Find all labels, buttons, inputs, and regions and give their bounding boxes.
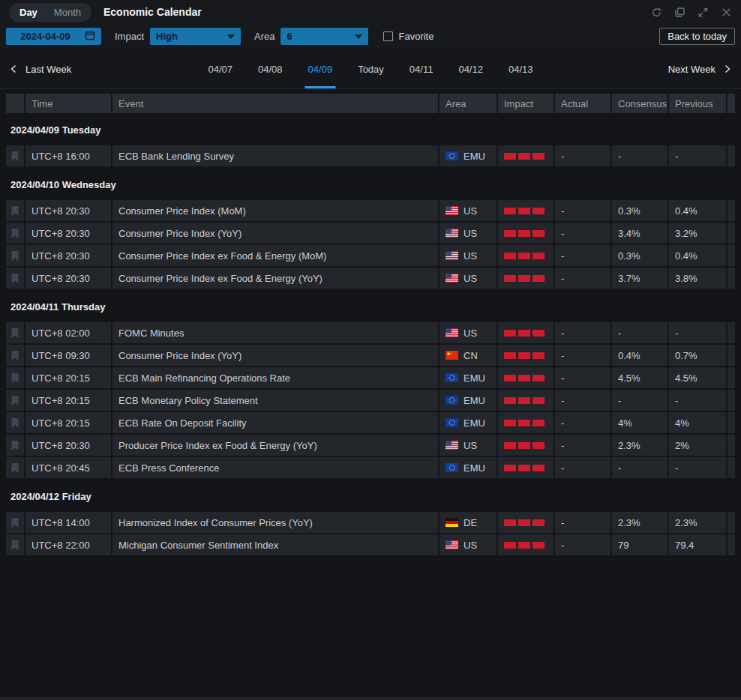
row-scrollbar-gutter bbox=[728, 145, 735, 166]
week-date-tab[interactable]: 04/11 bbox=[408, 49, 435, 88]
bookmark-cell[interactable] bbox=[6, 435, 24, 456]
tab-month[interactable]: Month bbox=[46, 5, 88, 19]
week-date-tab-active[interactable]: 04/09 bbox=[307, 49, 334, 88]
bookmark-icon[interactable] bbox=[10, 395, 20, 406]
filter-bar: 2024-04-09 Impact High Area 6 Favorite B… bbox=[0, 24, 741, 49]
close-icon[interactable] bbox=[721, 7, 732, 18]
bookmark-cell[interactable] bbox=[6, 512, 24, 533]
bookmark-cell[interactable] bbox=[6, 268, 24, 289]
table-row[interactable]: UTC+8 09:30Consumer Price Index (YoY)CN-… bbox=[6, 345, 735, 366]
previous-cell: 2% bbox=[669, 435, 726, 456]
expand-icon[interactable] bbox=[698, 7, 709, 18]
table-row[interactable]: UTC+8 22:00Michigan Consumer Sentiment I… bbox=[6, 534, 735, 555]
week-date-tab[interactable]: 04/13 bbox=[507, 49, 535, 88]
us-flag-icon bbox=[446, 251, 458, 260]
duplicate-icon[interactable] bbox=[674, 7, 686, 18]
event-cell: Consumer Price Index ex Food & Energy (Y… bbox=[112, 268, 438, 289]
table-row[interactable]: UTC+8 20:15ECB Rate On Deposit FacilityE… bbox=[6, 412, 735, 433]
date-picker[interactable]: 2024-04-09 bbox=[6, 28, 101, 45]
actual-cell: - bbox=[555, 457, 610, 478]
table-row[interactable]: UTC+8 02:00FOMC MinutesUS--- bbox=[6, 322, 735, 343]
table-row[interactable]: UTC+8 20:30Consumer Price Index (YoY)US-… bbox=[6, 223, 735, 244]
week-date-tab[interactable]: 04/12 bbox=[457, 49, 484, 88]
row-scrollbar-gutter bbox=[728, 223, 735, 244]
date-group-header: 2024/04/10 Wednesday bbox=[6, 168, 735, 200]
impact-filter-label: Impact bbox=[115, 31, 144, 42]
impact-filter-select[interactable]: High bbox=[150, 28, 241, 45]
bookmark-cell[interactable] bbox=[6, 367, 24, 388]
actual-cell: - bbox=[555, 534, 610, 555]
bookmark-icon[interactable] bbox=[10, 350, 20, 361]
bookmark-icon[interactable] bbox=[10, 440, 20, 451]
week-date-tab[interactable]: 04/07 bbox=[206, 49, 234, 88]
table-row[interactable]: UTC+8 16:00ECB Bank Lending SurveyEMU--- bbox=[6, 145, 735, 166]
impact-bar bbox=[518, 253, 530, 259]
bookmark-cell[interactable] bbox=[6, 245, 24, 266]
area-label: US bbox=[464, 328, 477, 339]
table-row[interactable]: UTC+8 20:15ECB Main Refinancing Operatio… bbox=[6, 367, 735, 388]
impact-cell bbox=[498, 534, 554, 555]
previous-cell: - bbox=[669, 390, 726, 411]
area-label: EMU bbox=[464, 417, 485, 429]
actual-cell: - bbox=[555, 200, 610, 221]
bookmark-cell[interactable] bbox=[6, 223, 24, 244]
week-date-tab[interactable]: Today bbox=[356, 49, 386, 88]
bookmark-icon[interactable] bbox=[10, 151, 20, 162]
bookmark-cell[interactable] bbox=[6, 322, 24, 343]
bookmark-icon[interactable] bbox=[10, 228, 20, 239]
bookmark-icon[interactable] bbox=[10, 462, 20, 474]
bookmark-icon[interactable] bbox=[10, 328, 20, 339]
refresh-icon[interactable] bbox=[651, 7, 662, 18]
time-cell: UTC+8 20:15 bbox=[26, 390, 111, 411]
bookmark-icon[interactable] bbox=[10, 273, 20, 284]
impact-bars bbox=[504, 420, 544, 426]
back-to-today-button[interactable]: Back to today bbox=[659, 28, 735, 45]
eu-flag-icon bbox=[446, 151, 458, 160]
bookmark-cell[interactable] bbox=[6, 534, 24, 555]
favorite-checkbox[interactable] bbox=[383, 31, 393, 41]
event-cell: Harmonized Index of Consumer Prices (YoY… bbox=[112, 512, 438, 533]
area-cell: EMU bbox=[440, 367, 496, 388]
bookmark-cell[interactable] bbox=[6, 412, 24, 433]
bookmark-cell[interactable] bbox=[6, 345, 24, 366]
impact-bar bbox=[504, 330, 516, 337]
row-scrollbar-gutter bbox=[728, 534, 735, 555]
bookmark-icon[interactable] bbox=[10, 372, 20, 384]
table-row[interactable]: UTC+8 20:30Consumer Price Index ex Food … bbox=[6, 268, 735, 289]
table-row[interactable]: UTC+8 20:15ECB Monetary Policy Statement… bbox=[6, 390, 735, 411]
time-cell: UTC+8 20:30 bbox=[26, 223, 111, 244]
event-cell: FOMC Minutes bbox=[112, 322, 438, 343]
bookmark-icon[interactable] bbox=[10, 517, 20, 528]
de-flag-icon bbox=[446, 518, 458, 527]
actual-cell: - bbox=[555, 512, 610, 533]
week-date-tab[interactable]: 04/08 bbox=[256, 49, 284, 88]
row-scrollbar-gutter bbox=[728, 367, 735, 388]
bookmark-icon[interactable] bbox=[10, 540, 20, 551]
bookmark-cell[interactable] bbox=[6, 390, 24, 411]
impact-cell bbox=[498, 435, 554, 456]
bookmark-icon[interactable] bbox=[10, 250, 20, 262]
area-filter-select[interactable]: 6 bbox=[280, 28, 368, 45]
table-row[interactable]: UTC+8 20:30Consumer Price Index ex Food … bbox=[6, 245, 735, 266]
table-body: 2024/04/09 TuesdayUTC+8 16:00ECB Bank Le… bbox=[6, 113, 735, 555]
event-cell: ECB Rate On Deposit Facility bbox=[112, 412, 438, 433]
impact-bar bbox=[532, 397, 544, 404]
economic-calendar-table: TimeEventAreaImpactActualConsensusPrevio… bbox=[6, 94, 735, 555]
table-row[interactable]: UTC+8 20:30Producer Price Index ex Food … bbox=[6, 435, 735, 456]
bookmark-cell[interactable] bbox=[6, 457, 24, 478]
bookmark-icon[interactable] bbox=[10, 417, 20, 429]
bookmark-cell[interactable] bbox=[6, 200, 24, 221]
previous-cell: 79.4 bbox=[669, 534, 726, 555]
next-week-button[interactable]: Next Week bbox=[668, 64, 732, 75]
table-row[interactable]: UTC+8 20:45ECB Press ConferenceEMU--- bbox=[6, 457, 735, 478]
area-cell: US bbox=[440, 322, 496, 343]
impact-bar bbox=[518, 208, 530, 214]
table-row[interactable]: UTC+8 14:00Harmonized Index of Consumer … bbox=[6, 512, 735, 533]
bookmark-cell[interactable] bbox=[6, 145, 24, 166]
last-week-button[interactable]: Last Week bbox=[9, 64, 71, 75]
area-label: US bbox=[464, 205, 477, 217]
table-row[interactable]: UTC+8 20:30Consumer Price Index (MoM)US-… bbox=[6, 200, 735, 221]
tab-day[interactable]: Day bbox=[12, 5, 45, 19]
bookmark-icon[interactable] bbox=[10, 205, 20, 217]
row-scrollbar-gutter bbox=[728, 412, 735, 433]
